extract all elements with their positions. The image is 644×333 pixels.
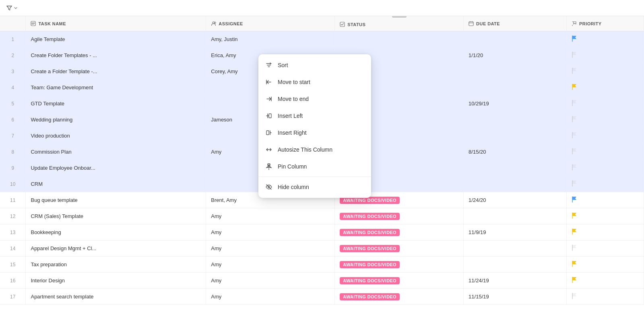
col-header-due[interactable]: DUE DATE — [464, 16, 567, 31]
priority-icon — [572, 21, 577, 26]
priority-cell — [567, 112, 644, 128]
move-start-icon — [265, 78, 273, 86]
due-date: 11/15/19 — [464, 289, 567, 305]
table-row[interactable]: 14 Apparel Design Mgmt + Cl... Amy AWAIT… — [0, 240, 644, 257]
col-header-task[interactable]: TASK NAME — [26, 16, 206, 31]
assignee-icon — [211, 21, 216, 26]
col-header-assignee[interactable]: ASSIGNEE — [206, 16, 335, 31]
status-cell: AWAITING DOCS/VIDEO — [335, 208, 464, 224]
menu-item-insert-right[interactable]: Insert Right — [258, 124, 371, 141]
flag-icon — [572, 51, 577, 58]
menu-item-label: Insert Right — [278, 130, 307, 136]
flag-icon — [572, 116, 577, 122]
flag-icon — [572, 212, 577, 219]
menu-item-label: Move to end — [278, 96, 309, 102]
task-name[interactable]: Apparel Design Mgmt + Cl... — [26, 240, 206, 257]
task-name[interactable]: Video production — [26, 128, 206, 144]
menu-item-insert-left[interactable]: Insert Left — [258, 107, 371, 124]
due-date — [464, 80, 567, 96]
task-name[interactable]: Bug queue template — [26, 192, 206, 208]
row-num: 17 — [0, 289, 26, 305]
task-name[interactable]: GTD Template — [26, 96, 206, 112]
context-menu: Sort Move to start Move to end Insert Le… — [258, 54, 371, 198]
menu-item-sort[interactable]: Sort — [258, 57, 371, 74]
task-name[interactable]: Interior Design — [26, 273, 206, 289]
row-num: 12 — [0, 208, 26, 224]
filter-icon — [6, 5, 12, 11]
menu-item-hide[interactable]: Hide column — [258, 179, 371, 195]
flag-icon — [572, 277, 577, 283]
task-name[interactable]: Create Folder Templates - ... — [26, 47, 206, 64]
status-cell: AWAITING DOCS/VIDEO — [335, 273, 464, 289]
task-name[interactable]: Bookkeeping — [26, 224, 206, 240]
status-cell: AWAITING DOCS/VIDEO — [335, 289, 464, 305]
priority-cell — [567, 192, 644, 208]
flag-icon — [572, 148, 577, 154]
priority-cell — [567, 257, 644, 273]
task-name[interactable]: CRM — [26, 176, 206, 192]
table-row[interactable]: 17 Apartment search template Amy AWAITIN… — [0, 289, 644, 305]
menu-item-move-to-end[interactable]: Move to end — [258, 90, 371, 107]
menu-item-move-to-start[interactable]: Move to start — [258, 74, 371, 90]
priority-cell — [567, 224, 644, 240]
due-date — [464, 128, 567, 144]
due-date: 1/1/20 — [464, 47, 567, 64]
row-num: 10 — [0, 176, 26, 192]
menu-divider — [258, 177, 371, 177]
col-header-priority[interactable]: PRIORITY — [567, 16, 644, 31]
task-name[interactable]: Team: Game Development — [26, 80, 206, 96]
menu-item-label: Pin Column — [278, 163, 307, 170]
status-badge: AWAITING DOCS/VIDEO — [340, 277, 400, 284]
flag-icon — [572, 84, 577, 90]
menu-item-pin[interactable]: Pin Column — [258, 158, 371, 175]
menu-item-autosize[interactable]: Autosize This Column — [258, 141, 371, 158]
due-icon — [469, 21, 474, 26]
task-name[interactable]: Wedding planning — [26, 112, 206, 128]
svg-rect-5 — [269, 114, 271, 118]
table-container: TASK NAME ASSIGNEE — [0, 16, 644, 333]
svg-rect-6 — [266, 131, 269, 135]
due-date: 11/9/19 — [464, 224, 567, 240]
due-date: 10/29/19 — [464, 96, 567, 112]
task-name[interactable]: Create a Folder Template -... — [26, 64, 206, 80]
table-row[interactable]: 13 Bookkeeping Amy AWAITING DOCS/VIDEO 1… — [0, 224, 644, 240]
task-name[interactable]: Agile Template — [26, 31, 206, 47]
status-cell: AWAITING DOCS/VIDEO — [335, 224, 464, 240]
task-name[interactable]: Apartment search template — [26, 289, 206, 305]
task-name[interactable]: CRM (Sales) Template — [26, 208, 206, 224]
table-row[interactable]: 15 Tax preparation Amy AWAITING DOCS/VID… — [0, 257, 644, 273]
filter-button[interactable] — [6, 5, 18, 11]
due-date: 1/24/20 — [464, 192, 567, 208]
table-row[interactable]: 16 Interior Design Amy AWAITING DOCS/VID… — [0, 273, 644, 289]
assignee-name: Amy — [206, 257, 335, 273]
menu-item-label: Hide column — [278, 184, 309, 190]
col-header-status[interactable]: STATUS — [335, 16, 464, 31]
svg-rect-3 — [340, 22, 345, 27]
menu-item-label: Autosize This Column — [278, 146, 332, 153]
due-date — [464, 257, 567, 273]
status-cell — [335, 31, 464, 47]
status-badge: AWAITING DOCS/VIDEO — [340, 293, 400, 300]
due-date — [464, 31, 567, 47]
status-badge: AWAITING DOCS/VIDEO — [340, 261, 400, 268]
due-date — [464, 240, 567, 257]
row-num: 8 — [0, 144, 26, 160]
assignee-name: Amy — [206, 208, 335, 224]
chevron-down-icon — [14, 6, 18, 10]
priority-cell — [567, 273, 644, 289]
autosize-icon — [265, 146, 273, 154]
task-name[interactable]: Tax preparation — [26, 257, 206, 273]
row-num: 16 — [0, 273, 26, 289]
row-num: 4 — [0, 80, 26, 96]
table-row[interactable]: 12 CRM (Sales) Template Amy AWAITING DOC… — [0, 208, 644, 224]
due-date — [464, 160, 567, 176]
insert-left-icon — [265, 112, 273, 120]
task-name[interactable]: Commission Plan — [26, 144, 206, 160]
priority-cell — [567, 160, 644, 176]
col-header-num — [0, 16, 26, 31]
status-cell: AWAITING DOCS/VIDEO — [335, 257, 464, 273]
task-name[interactable]: Update Employee Onboar... — [26, 160, 206, 176]
status-badge: AWAITING DOCS/VIDEO — [340, 229, 400, 236]
table-row[interactable]: 1 Agile Template Amy, Justin — [0, 31, 644, 47]
due-date: 8/15/20 — [464, 144, 567, 160]
